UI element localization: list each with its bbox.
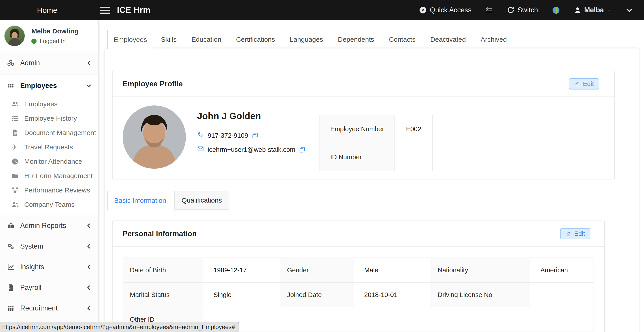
phone-row: 917-372-9109 [197, 131, 306, 140]
tab-skills[interactable]: Skills [154, 30, 184, 49]
sidebar-user-name: Melba Dowling [32, 27, 78, 35]
tab-certifications[interactable]: Certifications [229, 30, 282, 49]
personal-information-table: Date of Birth 1989-12-17 Gender Male Nat… [123, 257, 594, 332]
sidebar-group-employees-header[interactable]: Employees [0, 75, 98, 97]
field-value [530, 282, 594, 307]
sidebar-group-system[interactable]: System [0, 236, 98, 257]
employee-photo [123, 105, 186, 169]
field-label: Gender [280, 258, 354, 282]
avatar [4, 25, 25, 47]
envelope-icon [197, 145, 204, 154]
sidebar-group-admin[interactable]: Admin [0, 52, 98, 74]
field-label: ID Number [319, 143, 395, 171]
sidebar-item-label: HR Form Management [24, 172, 92, 180]
chevron-left-icon [86, 285, 92, 290]
edit-personal-information-button[interactable]: Edit [560, 228, 590, 239]
sidebar-group-label: Employees [20, 82, 57, 90]
list-check-icon [11, 115, 21, 122]
app-title: ICE Hrm [117, 6, 150, 15]
subtab-qualifications[interactable]: Qualifications [174, 191, 229, 210]
sidebar-item-label: Performance Reviews [24, 186, 90, 194]
field-value: E002 [395, 115, 432, 143]
table-row: ID Number [319, 143, 432, 171]
field-label: Driving License No [431, 282, 530, 307]
quick-access-button[interactable]: Quick Access [419, 6, 472, 14]
content-panel: Employee Profile Edit John J Golden [105, 49, 638, 332]
copy-icon[interactable] [252, 132, 258, 139]
employee-email[interactable]: icehrm+user1@web-stalk.com [208, 146, 295, 153]
subtab-basic-information[interactable]: Basic Information [107, 191, 173, 210]
user-label: Melba [584, 6, 604, 14]
puzzle-icon [552, 6, 560, 14]
sidebar-item-hr-form-management[interactable]: HR Form Management [0, 169, 98, 183]
menu-icon[interactable] [100, 7, 110, 14]
sidebar: Melba Dowling Logged In Admin [0, 20, 99, 332]
diagram-icon [11, 186, 21, 194]
users-icon [11, 201, 21, 208]
edit-label: Edit [574, 230, 585, 237]
main-content: Employees Skills Education Certification… [99, 20, 644, 332]
sidebar-item-document-management[interactable]: Document Management [0, 126, 98, 140]
browser-status-url: https://icehrm.com/app/demo-icehrm/?g=ad… [0, 322, 239, 332]
sidebar-group-insights[interactable]: Insights [0, 257, 98, 277]
sidebar-item-label: Employee History [24, 115, 77, 122]
logged-in-status-dot [32, 39, 36, 44]
sidebar-group-label: Insights [20, 263, 44, 271]
field-value [395, 143, 432, 171]
field-value: Single [203, 282, 280, 307]
sidebar-user-card: Melba Dowling Logged In [0, 20, 98, 52]
collapse-bar-button[interactable] [625, 6, 633, 14]
employee-id-table: Employee Number E002 ID Number [319, 115, 433, 171]
tab-dependents[interactable]: Dependents [330, 30, 382, 49]
employee-profile-card: Employee Profile Edit John J Golden [112, 71, 615, 179]
field-value: American [530, 258, 594, 282]
sidebar-item-monitor-attendance[interactable]: Monitor Attendance [0, 154, 98, 169]
sidebar-group-admin-reports[interactable]: Admin Reports [0, 215, 98, 236]
sidebar-item-label: Travel Requests [24, 143, 73, 151]
chevron-left-icon [86, 60, 92, 66]
sidebar-item-label: Monitor Attendance [24, 158, 82, 165]
tab-archived[interactable]: Archived [473, 30, 514, 49]
chevron-left-icon [86, 305, 92, 311]
edit-profile-button[interactable]: Edit [569, 78, 599, 90]
list-check-icon [486, 6, 493, 14]
compass-icon [419, 6, 427, 14]
tab-deactivated[interactable]: Deactivated [423, 30, 473, 49]
copy-icon[interactable] [299, 146, 306, 153]
sidebar-item-performance-reviews[interactable]: Performance Reviews [0, 183, 98, 197]
employee-profile-title: Employee Profile [123, 80, 183, 88]
field-label: Employee Number [319, 115, 395, 143]
chart-line-icon [6, 263, 15, 271]
caret-down-icon [607, 8, 611, 12]
module-tabs: Employees Skills Education Certification… [107, 30, 514, 49]
user-menu[interactable]: Melba [574, 6, 611, 14]
sidebar-group-recruitment[interactable]: Recruitment [0, 298, 98, 318]
tab-languages[interactable]: Languages [282, 30, 330, 49]
plane-icon: ✈ [11, 143, 21, 151]
language-button[interactable] [552, 6, 560, 14]
personal-information-title: Personal Information [123, 229, 197, 238]
sidebar-group-label: Recruitment [20, 304, 58, 312]
switch-button[interactable]: Switch [507, 6, 538, 14]
tab-employees[interactable]: Employees [107, 30, 154, 49]
field-value: 2018-10-01 [354, 282, 431, 307]
sidebar-item-travel-requests[interactable]: ✈ Travel Requests [0, 140, 98, 154]
quick-access-label: Quick Access [430, 6, 472, 14]
home-link[interactable]: Home [37, 6, 58, 15]
sidebar-item-company-teams[interactable]: Company Teams [0, 197, 98, 212]
document-icon [11, 129, 21, 137]
sidebar-group-payroll[interactable]: Payroll [0, 277, 98, 298]
pen-icon [574, 81, 580, 87]
tasks-button[interactable] [486, 6, 493, 14]
sidebar-item-employees[interactable]: Employees [0, 97, 98, 111]
tab-contacts[interactable]: Contacts [382, 30, 423, 49]
sidebar-group-label: System [20, 242, 43, 250]
employee-phone[interactable]: 917-372-9109 [208, 132, 248, 139]
field-label: Marital Status [123, 282, 203, 307]
table-row: Date of Birth 1989-12-17 Gender Male Nat… [123, 258, 594, 282]
chevron-left-icon [86, 243, 92, 249]
app-root: Home ICE Hrm Quick Access Switch [0, 0, 644, 332]
sidebar-item-label: Company Teams [24, 201, 75, 208]
tab-education[interactable]: Education [184, 30, 228, 49]
sidebar-item-employee-history[interactable]: Employee History [0, 111, 98, 126]
